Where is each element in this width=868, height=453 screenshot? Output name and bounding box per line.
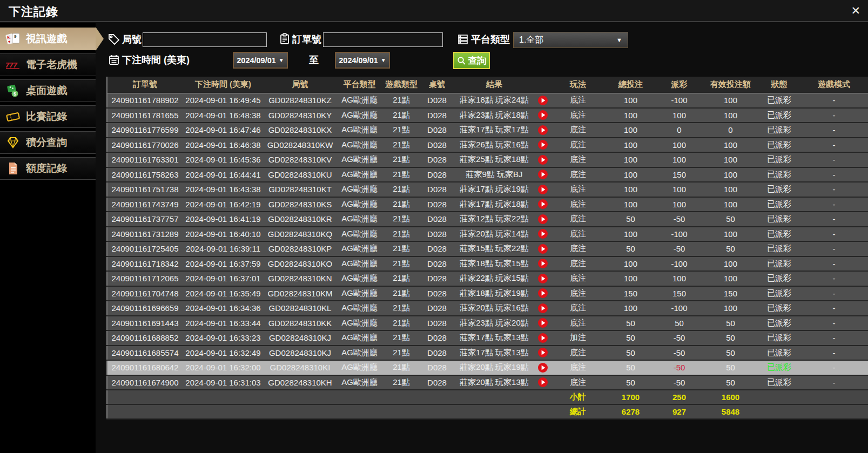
cell-game-mode: -	[799, 346, 868, 361]
replay-play-icon[interactable]	[537, 377, 548, 388]
chevron-down-icon: ▼	[616, 37, 622, 43]
cell-table-number: D028	[420, 212, 454, 227]
cell-valid-bet: 100	[702, 167, 759, 182]
sidebar-item-dice[interactable]: $ 桌面遊戲	[0, 79, 96, 102]
table-row[interactable]: 240901161788902 2024-09-01 16:49:45 GD02…	[107, 93, 868, 108]
replay-play-icon[interactable]	[537, 273, 548, 284]
date-to-select[interactable]: 2024/09/01 ▼	[335, 52, 390, 69]
cell-platform: AG歐洲廳	[337, 360, 382, 375]
cell-game-mode: -	[799, 152, 868, 167]
cell-result: 莊家25點 玩家18點	[454, 152, 535, 167]
cell-bet-time: 2024-09-01 16:45:36	[183, 152, 264, 167]
round-number-input[interactable]	[143, 32, 267, 47]
sidebar-item-diamond[interactable]: 積分查詢	[0, 131, 96, 154]
cell-play-type: 底注	[551, 227, 605, 242]
table-row[interactable]: 240901161718342 2024-09-01 16:37:59 GD02…	[107, 256, 868, 272]
replay-play-icon[interactable]	[537, 110, 548, 120]
table-row[interactable]: 240901161704748 2024-09-01 16:35:49 GD02…	[107, 286, 868, 301]
table-row[interactable]: 240901161737757 2024-09-01 16:41:19 GD02…	[107, 212, 868, 227]
table-row[interactable]: 240901161674900 2024-09-01 16:31:03 GD02…	[107, 375, 868, 390]
cell-status: 已派彩	[759, 256, 799, 272]
cell-payout: 100	[656, 271, 702, 286]
table-row[interactable]: 240901161685574 2024-09-01 16:32:49 GD02…	[107, 346, 868, 361]
replay-play-icon[interactable]	[537, 199, 548, 209]
sidebar-item-document[interactable]: 額度記錄	[0, 157, 96, 180]
cell-replay	[535, 330, 551, 346]
table-row[interactable]: 240901161712065 2024-09-01 16:37:01 GD02…	[107, 271, 868, 286]
cell-order-number: 240901161725405	[107, 241, 183, 256]
cell-total-bet: 50	[605, 375, 656, 390]
platform-type-select[interactable]: 1.全部 ▼	[513, 32, 628, 48]
cell-valid-bet: 50	[702, 316, 759, 331]
cell-status: 已派彩	[759, 330, 799, 346]
table-row[interactable]: 240901161758263 2024-09-01 16:44:41 GD02…	[107, 167, 868, 182]
date-from-select[interactable]: 2024/09/01 ▼	[233, 52, 288, 69]
table-row[interactable]: 240901161776599 2024-09-01 16:47:46 GD02…	[107, 123, 868, 138]
replay-play-icon[interactable]	[537, 317, 548, 328]
bet-time-label: 下注時間 (美東)	[122, 53, 190, 66]
cell-total-bet: 50	[605, 212, 656, 227]
close-icon[interactable]: ✕	[851, 4, 860, 17]
replay-play-icon[interactable]	[537, 139, 548, 150]
replay-play-icon[interactable]	[537, 347, 548, 358]
table-row[interactable]: 240901161680642 2024-09-01 16:32:00 GD02…	[107, 360, 868, 375]
cell-total-bet: 50	[605, 241, 656, 256]
to-label: 至	[309, 53, 319, 66]
replay-play-icon[interactable]	[537, 169, 548, 180]
cell-platform: AG歐洲廳	[337, 138, 382, 153]
cell-payout: -100	[656, 227, 702, 242]
cell-table-number: D028	[420, 375, 454, 390]
sidebar-item-label: 視訊遊戲	[26, 32, 67, 46]
table-row[interactable]: 240901161751738 2024-09-01 16:43:38 GD02…	[107, 182, 868, 197]
cell-payout: 100	[656, 138, 702, 153]
replay-play-icon[interactable]	[537, 184, 548, 195]
replay-play-icon[interactable]	[537, 95, 548, 106]
cell-bet-time: 2024-09-01 16:47:46	[183, 123, 264, 138]
cell-game-mode: -	[799, 138, 868, 153]
cell-table-number: D028	[420, 256, 454, 272]
cell-order-number: 240901161770026	[107, 138, 183, 153]
replay-play-icon[interactable]	[537, 333, 548, 343]
replay-play-icon[interactable]	[537, 228, 548, 239]
cell-total-bet: 100	[605, 197, 656, 212]
cell-table-number: D028	[420, 286, 454, 301]
cell-bet-time: 2024-09-01 16:39:11	[183, 241, 264, 256]
replay-play-icon[interactable]	[537, 125, 548, 136]
sidebar-item-ticket[interactable]: 比賽記錄	[0, 105, 96, 128]
cell-payout: 150	[656, 286, 702, 301]
total-valid: 5848	[702, 404, 759, 419]
table-row[interactable]: 240901161725405 2024-09-01 16:39:11 GD02…	[107, 241, 868, 256]
replay-play-icon[interactable]	[537, 214, 548, 225]
cell-platform: AG歐洲廳	[337, 330, 382, 346]
cell-valid-bet: 50	[702, 330, 759, 346]
replay-play-icon[interactable]	[537, 288, 548, 299]
table-row[interactable]: 240901161770026 2024-09-01 16:46:38 GD02…	[107, 138, 868, 153]
replay-play-icon[interactable]	[537, 244, 548, 254]
table-row[interactable]: 240901161743749 2024-09-01 16:42:19 GD02…	[107, 197, 868, 212]
table-row[interactable]: 240901161691443 2024-09-01 16:33:44 GD02…	[107, 316, 868, 331]
table-row[interactable]: 240901161781655 2024-09-01 16:48:38 GD02…	[107, 108, 868, 123]
table-row[interactable]: 240901161731289 2024-09-01 16:40:10 GD02…	[107, 227, 868, 242]
cell-replay	[535, 167, 551, 182]
bet-records-table: 訂單號 下注時間 (美東) 局號 平台類型 遊戲類型 桌號 結果 玩法 總投注 …	[106, 77, 868, 420]
sidebar-item-slots-777[interactable]: 777 電子老虎機	[0, 53, 96, 76]
cell-game-type: 21點	[382, 152, 420, 167]
table-row[interactable]: 240901161696659 2024-09-01 16:34:36 GD02…	[107, 301, 868, 316]
replay-play-icon[interactable]	[537, 258, 548, 269]
cell-order-number: 240901161674900	[107, 375, 183, 390]
cell-platform: AG歐洲廳	[337, 256, 382, 272]
cell-order-number: 240901161696659	[107, 301, 183, 316]
cell-play-type: 底注	[551, 182, 605, 197]
replay-play-icon[interactable]	[537, 362, 548, 373]
table-row[interactable]: 240901161763301 2024-09-01 16:45:36 GD02…	[107, 152, 868, 167]
sidebar-item-cards[interactable]: K♥9 視訊遊戲	[0, 28, 96, 50]
cell-total-bet: 100	[605, 256, 656, 272]
order-number-input[interactable]	[323, 32, 443, 47]
replay-play-icon[interactable]	[537, 303, 548, 314]
cell-payout: 50	[656, 316, 702, 331]
replay-play-icon[interactable]	[537, 154, 548, 165]
table-row[interactable]: 240901161688852 2024-09-01 16:33:23 GD02…	[107, 330, 868, 346]
search-button[interactable]: 查詢	[453, 52, 490, 69]
cell-round-number: GD028248310KT	[264, 182, 337, 197]
cell-bet-time: 2024-09-01 16:46:38	[183, 138, 264, 153]
